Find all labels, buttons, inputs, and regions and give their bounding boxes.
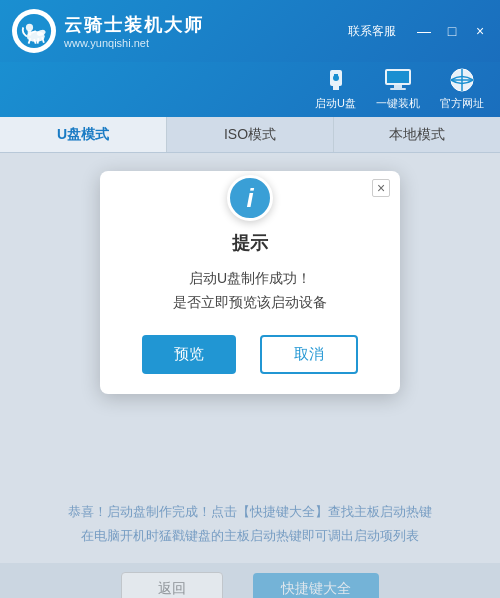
svg-rect-16 — [394, 85, 402, 88]
minimize-button[interactable]: — — [412, 22, 436, 40]
restore-button[interactable]: □ — [440, 22, 464, 40]
title-bar: 云骑士装机大师 www.yunqishi.net 联系客服 — □ × — [0, 0, 500, 62]
support-link[interactable]: 联系客服 — [348, 23, 396, 40]
cancel-button[interactable]: 取消 — [260, 335, 358, 374]
main-content: × i 提示 启动U盘制作成功！ 是否立即预览该启动设备 预览 取消 恭喜！启动… — [0, 153, 500, 598]
dialog-line2: 是否立即预览该启动设备 — [120, 291, 380, 315]
computer-icon — [381, 66, 415, 94]
svg-point-3 — [26, 24, 33, 31]
svg-line-8 — [38, 38, 39, 43]
logo-area: 云骑士装机大师 www.yunqishi.net — [0, 9, 348, 53]
app-title: 云骑士装机大师 — [64, 13, 204, 37]
app-url: www.yunqishi.net — [64, 37, 204, 49]
usb-icon — [319, 66, 353, 94]
nav-official-label: 官方网址 — [440, 96, 484, 111]
nav-official[interactable]: 官方网址 — [440, 66, 484, 111]
svg-rect-15 — [387, 71, 409, 83]
tabs-bar: U盘模式 ISO模式 本地模式 — [0, 117, 500, 153]
dialog-buttons: 预览 取消 — [100, 335, 400, 374]
close-button[interactable]: × — [468, 22, 492, 40]
nav-oneclick-label: 一键装机 — [376, 96, 420, 111]
dialog-title: 提示 — [100, 231, 400, 255]
tab-local-mode[interactable]: 本地模式 — [334, 117, 500, 152]
svg-rect-17 — [390, 88, 406, 90]
svg-rect-13 — [334, 74, 338, 76]
svg-rect-11 — [333, 86, 339, 90]
nav-usb-label: 启动U盘 — [315, 96, 356, 111]
dialog-icon-wrapper: i — [100, 175, 400, 221]
preview-button[interactable]: 预览 — [142, 335, 236, 374]
nav-usb-boot[interactable]: 启动U盘 — [315, 66, 356, 111]
dialog-body: 启动U盘制作成功！ 是否立即预览该启动设备 — [100, 267, 400, 315]
dialog-overlay: × i 提示 启动U盘制作成功！ 是否立即预览该启动设备 预览 取消 — [0, 153, 500, 598]
tab-iso-mode[interactable]: ISO模式 — [167, 117, 334, 152]
browser-icon — [445, 66, 479, 94]
dialog: × i 提示 启动U盘制作成功！ 是否立即预览该启动设备 预览 取消 — [100, 171, 400, 394]
top-right-controls: 联系客服 — □ × — [348, 22, 500, 40]
logo-icon — [12, 9, 56, 53]
dialog-close-button[interactable]: × — [372, 179, 390, 197]
dialog-line1: 启动U盘制作成功！ — [120, 267, 380, 291]
tab-usb-mode[interactable]: U盘模式 — [0, 117, 167, 152]
logo-text: 云骑士装机大师 www.yunqishi.net — [64, 13, 204, 49]
nav-bar: 启动U盘 一键装机 官方网址 — [0, 62, 500, 117]
nav-one-click[interactable]: 一键装机 — [376, 66, 420, 111]
info-icon: i — [227, 175, 273, 221]
svg-rect-4 — [28, 30, 32, 35]
